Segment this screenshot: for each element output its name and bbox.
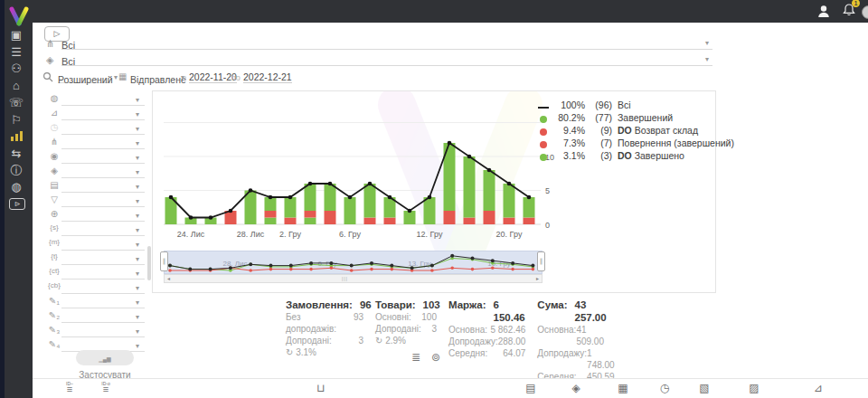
bars[interactable] (165, 143, 535, 224)
bar-segment[interactable] (504, 218, 515, 225)
data-point[interactable] (467, 155, 472, 159)
bar-segment[interactable] (285, 197, 297, 218)
country-filter-select[interactable]: ▾ (61, 94, 145, 106)
integrations-icon[interactable]: ◍ (0, 181, 33, 194)
data-point[interactable] (448, 141, 452, 146)
clock-icon[interactable]: ◷ (656, 382, 673, 394)
navigator-right-handle[interactable]: ∥ (537, 251, 545, 271)
bar-segment[interactable] (424, 197, 436, 224)
date-from-input[interactable]: 2022-11-20 (189, 71, 237, 83)
utm-campaign-filter-select[interactable]: ▾ (61, 282, 145, 294)
funnel-filter-select[interactable]: ▾ (61, 195, 145, 207)
custom-field-2-filter-select[interactable]: ▾ (61, 311, 145, 323)
data-point[interactable] (209, 215, 213, 220)
web-filter-select[interactable]: ▾ (61, 210, 145, 222)
custom-field-1-filter-select[interactable]: ▾ (61, 297, 145, 308)
data-point[interactable] (308, 182, 313, 186)
apply-button[interactable]: ▁▄▆ Застосувати (76, 350, 134, 365)
data-point[interactable] (527, 195, 532, 200)
source-filter-select[interactable]: Всі ▾ (61, 36, 712, 50)
ruler-icon[interactable]: ⊿ (810, 382, 826, 394)
data-point[interactable] (288, 195, 293, 200)
bar-segment[interactable] (305, 184, 316, 211)
utm-source-filter-select[interactable]: ▾ (61, 224, 145, 236)
bar-segment[interactable] (524, 197, 535, 218)
data-point[interactable] (388, 195, 392, 200)
products-view-toggle[interactable]: ⊚ (431, 351, 440, 364)
notifications-bell-icon[interactable]: 1 (843, 3, 855, 20)
utm-content-filter-select[interactable]: ▾ (61, 268, 145, 280)
search-icon[interactable] (42, 71, 53, 82)
calendar-icon[interactable]: ▦ (615, 382, 631, 394)
data-point[interactable] (328, 182, 333, 186)
app-logo-icon[interactable] (7, 5, 31, 28)
utm-medium-filter-select[interactable]: ▾ (61, 239, 145, 251)
bar-segment[interactable] (325, 184, 336, 211)
warehouse-icon[interactable]: ⌂ (0, 80, 33, 92)
bar-segment[interactable] (325, 211, 336, 224)
bar-segment[interactable] (344, 197, 356, 224)
product-filter-select[interactable]: ▾ (61, 166, 145, 178)
bar-segment[interactable] (364, 184, 376, 218)
search-mode-select[interactable]: Розширений ▾ (58, 71, 110, 83)
bar-segment[interactable] (265, 211, 277, 218)
data-point[interactable] (189, 215, 193, 220)
data-point[interactable] (269, 195, 273, 200)
bar-segment[interactable] (265, 218, 277, 225)
data-point[interactable] (169, 195, 174, 200)
user-avatar-icon[interactable] (817, 5, 830, 18)
bar-segment[interactable] (464, 156, 476, 218)
payment-filter-select[interactable]: ▾ (61, 181, 145, 193)
info-icon[interactable]: ⓘ (0, 165, 33, 177)
navigator-svg[interactable]: 28. Лис6. Гру13. Гру19. Гру (164, 251, 542, 274)
package-icon[interactable]: ◈ (568, 382, 584, 394)
bar-segment[interactable] (305, 218, 316, 225)
data-point[interactable] (507, 182, 512, 186)
bar-segment[interactable] (464, 218, 476, 225)
orders-list-icon[interactable]: ☰ (0, 46, 33, 59)
campaign-flag-icon[interactable]: ⚐ (0, 114, 33, 127)
structure-tree-icon[interactable]: ⋔ (863, 382, 868, 394)
data-point[interactable] (249, 188, 253, 193)
data-point[interactable] (408, 209, 412, 213)
bar-segment[interactable] (305, 211, 316, 218)
chart-scrollbar[interactable]: ◂ ▸ ||| (164, 274, 542, 283)
data-point[interactable] (229, 209, 233, 213)
bar-segment[interactable] (384, 218, 396, 225)
calendar-export-icon[interactable]: ▨ (746, 382, 762, 394)
ruler-filter-select[interactable]: ▾ (61, 109, 145, 120)
bar-segment[interactable] (484, 211, 495, 224)
customers-icon[interactable]: ⚇ (0, 62, 33, 75)
custom-field-3-filter-select[interactable]: ▾ (61, 326, 145, 337)
dashboard-card-icon[interactable]: ▣ (0, 29, 33, 42)
data-point[interactable] (487, 168, 492, 173)
navigator-left-handle[interactable]: ∥ (160, 251, 168, 271)
bar-segment[interactable] (524, 218, 535, 225)
data-point[interactable] (428, 195, 432, 200)
settings-sliders-icon[interactable]: ⇆ (0, 147, 33, 160)
basket-icon[interactable]: ⊔ (313, 382, 329, 394)
product-filter-select[interactable]: Всі ▾ (61, 52, 712, 66)
scroll-right-arrow[interactable]: ▸ (533, 275, 542, 282)
bar-segment[interactable] (444, 211, 456, 224)
fingerprint-filter-select[interactable]: ▾ (61, 152, 145, 164)
date-type-select[interactable]: Відправлене ▾ (130, 71, 181, 82)
bar-segment[interactable] (285, 218, 297, 225)
structure-filter-select[interactable]: ▾ (61, 137, 145, 149)
video-help-icon[interactable]: ⊳ (9, 198, 25, 210)
bar-segment[interactable] (484, 170, 495, 211)
utm-term-filter-select[interactable]: ▾ (61, 253, 145, 265)
data-point[interactable] (368, 182, 373, 186)
id-list-icon[interactable]: ID–≡ (61, 382, 78, 393)
id-status-list-icon[interactable]: ID-o≡ (98, 382, 114, 393)
payment-money-icon[interactable]: ▤ (523, 382, 539, 394)
calendar-day-icon[interactable]: ▧ (696, 382, 712, 394)
orders-view-toggle[interactable]: ≣ (411, 351, 420, 364)
time-filter-select[interactable]: ▾ (61, 123, 145, 135)
analytics-icon[interactable] (0, 130, 33, 144)
bar-segment[interactable] (504, 184, 515, 218)
bar-segment[interactable] (364, 218, 376, 225)
data-point[interactable] (348, 195, 353, 200)
scroll-left-arrow[interactable]: ◂ (165, 275, 173, 282)
panel-scrollbar-thumb[interactable] (147, 246, 151, 280)
